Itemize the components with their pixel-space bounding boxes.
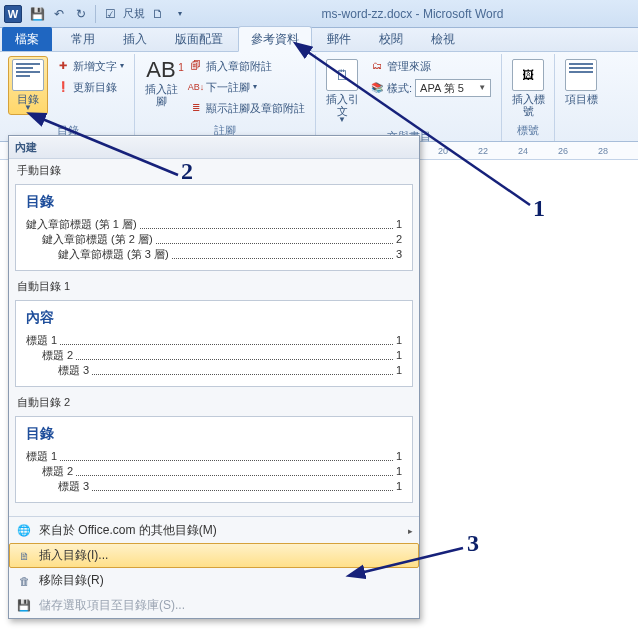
style-label: 樣式: bbox=[387, 80, 412, 96]
word-app-icon[interactable]: W bbox=[4, 5, 22, 23]
gallery-manual-label: 手動目錄 bbox=[17, 163, 411, 178]
style-select[interactable]: APA 第 5▼ bbox=[415, 79, 491, 97]
tab-references[interactable]: 參考資料 bbox=[238, 26, 312, 52]
preview-title: 目錄 bbox=[26, 193, 402, 211]
tab-file[interactable]: 檔案 bbox=[2, 27, 52, 51]
gallery-manual-preview[interactable]: 目錄 鍵入章節標題 (第 1 層)1 鍵入章節標題 (第 2 層)2 鍵入章節標… bbox=[15, 184, 413, 271]
qat-undo-icon[interactable]: ↶ bbox=[49, 4, 69, 24]
qat-customize-dropdown[interactable]: ▾ bbox=[170, 4, 190, 24]
menu-save-gallery: 💾 儲存選取項目至目錄庫(S)... bbox=[9, 593, 419, 618]
update-toc-button[interactable]: ❗更新目錄 bbox=[52, 77, 128, 97]
menu-office-more-label: 來自於 Office.com 的其他目錄(M) bbox=[39, 522, 217, 539]
style-value: APA 第 5 bbox=[420, 80, 464, 96]
menu-remove-toc[interactable]: 🗑 移除目錄(R) bbox=[9, 568, 419, 593]
style-icon: 📚 bbox=[370, 81, 384, 95]
chevron-down-icon: ▼ bbox=[338, 115, 346, 124]
qat-ruler-label: 尺規 bbox=[123, 6, 145, 21]
group-captions: 🖼 插入標號 標號 bbox=[502, 54, 555, 141]
manage-sources-button[interactable]: 🗂管理來源 bbox=[366, 56, 495, 76]
ribbon: 目錄 ▼ ✚新增文字 ▾ ❗更新目錄 目錄 AB1 插入註腳 🗐插入章節附註 A… bbox=[0, 52, 638, 142]
ribbon-tabs: 檔案 常用 插入 版面配置 參考資料 郵件 校閱 檢視 bbox=[0, 28, 638, 52]
group-captions-label: 標號 bbox=[508, 121, 548, 141]
show-notes-icon: ≣ bbox=[189, 101, 203, 115]
menu-insert-toc-label: 插入目錄(I)... bbox=[39, 547, 108, 564]
menu-office-more[interactable]: 🌐 來自於 Office.com 的其他目錄(M) ▸ bbox=[9, 518, 419, 543]
preview-l2: 鍵入章節標題 (第 2 層) bbox=[42, 232, 153, 247]
qat-save-icon[interactable]: 💾 bbox=[27, 4, 47, 24]
qat-newdoc-icon[interactable]: 🗋 bbox=[148, 4, 168, 24]
ruler-tick: 28 bbox=[598, 146, 608, 156]
manage-sources-label: 管理來源 bbox=[387, 58, 431, 74]
next-footnote-label: 下一註腳 bbox=[206, 79, 250, 95]
preview-h2: 標題 2 bbox=[42, 348, 73, 363]
title-bar: W 💾 ↶ ↻ ☑ 尺規 🗋 ▾ ms-word-zz.docx - Micro… bbox=[0, 0, 638, 28]
menu-insert-toc[interactable]: 🗎 插入目錄(I)... bbox=[9, 543, 419, 568]
toc-icon bbox=[12, 59, 44, 91]
gallery-auto2-label: 自動目錄 2 bbox=[17, 395, 411, 410]
preview-h1: 標題 1 bbox=[26, 333, 57, 348]
remove-toc-icon: 🗑 bbox=[15, 573, 33, 589]
add-text-label: 新增文字 bbox=[73, 58, 117, 74]
update-toc-label: 更新目錄 bbox=[73, 79, 117, 95]
qat-repeat-icon[interactable]: ↻ bbox=[71, 4, 91, 24]
ruler-tick: 22 bbox=[478, 146, 488, 156]
footnote-icon: AB1 bbox=[142, 59, 179, 81]
menu-remove-toc-label: 移除目錄(R) bbox=[39, 572, 104, 589]
group-citations: 🗒 插入引文 ▼ 🗂管理來源 📚樣式: APA 第 5▼ x 文與書目 bbox=[316, 54, 502, 141]
tab-view[interactable]: 檢視 bbox=[418, 26, 468, 51]
insert-endnote-button[interactable]: 🗐插入章節附註 bbox=[185, 56, 309, 76]
item-button[interactable]: 項目標 bbox=[561, 56, 601, 108]
preview-h2: 標題 2 bbox=[42, 464, 73, 479]
item-label: 項目標 bbox=[565, 93, 598, 105]
ruler-tick: 20 bbox=[438, 146, 448, 156]
annotation-number-1: 1 bbox=[533, 195, 545, 222]
gallery-auto1-label: 自動目錄 1 bbox=[17, 279, 411, 294]
next-footnote-button[interactable]: AB↓下一註腳 ▾ bbox=[185, 77, 309, 97]
qat-toggle-icon[interactable]: ☑ bbox=[100, 4, 120, 24]
office-icon: 🌐 bbox=[15, 523, 33, 539]
preview-l3: 鍵入章節標題 (第 3 層) bbox=[58, 247, 169, 262]
panel-section-builtin: 內建 bbox=[9, 136, 419, 159]
gallery-auto1-preview[interactable]: 內容 標題 11 標題 21 標題 31 bbox=[15, 300, 413, 387]
preview-title: 目錄 bbox=[26, 425, 402, 443]
preview-l1: 鍵入章節標題 (第 1 層) bbox=[26, 217, 137, 232]
save-gallery-icon: 💾 bbox=[15, 598, 33, 614]
add-text-button[interactable]: ✚新增文字 ▾ bbox=[52, 56, 128, 76]
tab-mailings[interactable]: 郵件 bbox=[314, 26, 364, 51]
preview-title: 內容 bbox=[26, 309, 402, 327]
tab-review[interactable]: 校閱 bbox=[366, 26, 416, 51]
insert-citation-label: 插入引文 bbox=[325, 93, 359, 117]
insert-citation-button[interactable]: 🗒 插入引文 ▼ bbox=[322, 56, 362, 127]
toc-button[interactable]: 目錄 ▼ bbox=[8, 56, 48, 115]
group-toc: 目錄 ▼ ✚新增文字 ▾ ❗更新目錄 目錄 bbox=[2, 54, 135, 141]
insert-caption-button[interactable]: 🖼 插入標號 bbox=[508, 56, 548, 120]
annotation-number-2: 2 bbox=[181, 158, 193, 185]
window-title: ms-word-zz.docx - Microsoft Word bbox=[191, 7, 634, 21]
chevron-down-icon: ▼ bbox=[24, 103, 32, 112]
insert-toc-icon: 🗎 bbox=[15, 548, 33, 564]
ruler-tick: 26 bbox=[558, 146, 568, 156]
tab-insert[interactable]: 插入 bbox=[110, 26, 160, 51]
preview-h1: 標題 1 bbox=[26, 449, 57, 464]
show-notes-label: 顯示註腳及章節附註 bbox=[206, 100, 305, 116]
preview-h3: 標題 3 bbox=[58, 363, 89, 378]
item-icon bbox=[565, 59, 597, 91]
update-icon: ❗ bbox=[56, 80, 70, 94]
tab-home[interactable]: 常用 bbox=[58, 26, 108, 51]
ruler-tick: 24 bbox=[518, 146, 528, 156]
citation-icon: 🗒 bbox=[326, 59, 358, 91]
group-index-partial: 項目標 bbox=[555, 54, 607, 141]
menu-save-gallery-label: 儲存選取項目至目錄庫(S)... bbox=[39, 597, 185, 614]
group-footnotes: AB1 插入註腳 🗐插入章節附註 AB↓下一註腳 ▾ ≣顯示註腳及章節附註 註腳 bbox=[135, 54, 316, 141]
insert-footnote-label: 插入註腳 bbox=[144, 83, 178, 107]
citation-style-row: 📚樣式: APA 第 5▼ bbox=[366, 77, 495, 99]
caption-icon: 🖼 bbox=[512, 59, 544, 91]
insert-footnote-button[interactable]: AB1 插入註腳 bbox=[141, 56, 181, 110]
show-notes-button[interactable]: ≣顯示註腳及章節附註 bbox=[185, 98, 309, 118]
annotation-number-3: 3 bbox=[467, 530, 479, 557]
endnote-icon: 🗐 bbox=[189, 59, 203, 73]
tab-layout[interactable]: 版面配置 bbox=[162, 26, 236, 51]
manage-sources-icon: 🗂 bbox=[370, 59, 384, 73]
gallery-auto2-preview[interactable]: 目錄 標題 11 標題 21 標題 31 bbox=[15, 416, 413, 503]
preview-h3: 標題 3 bbox=[58, 479, 89, 494]
